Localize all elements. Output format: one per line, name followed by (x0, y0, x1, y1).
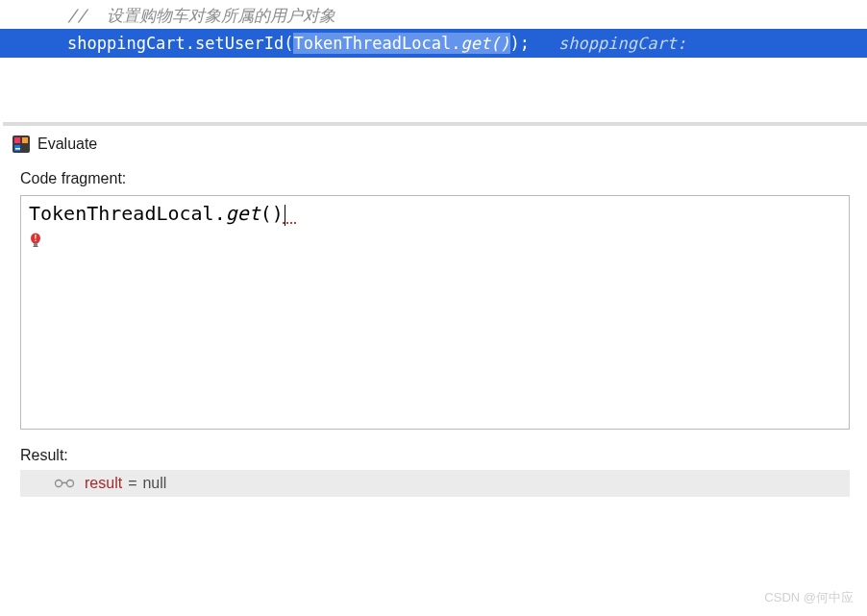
result-row[interactable]: result = null (20, 470, 850, 497)
evaluate-header: Evaluate (3, 126, 867, 162)
code-text: shoppingCart.setUserId( (67, 34, 293, 53)
svg-point-9 (56, 480, 62, 487)
svg-point-10 (67, 480, 74, 487)
svg-text:!: ! (34, 234, 38, 243)
evaluate-panel: Evaluate Code fragment: TokenThreadLocal… (3, 122, 867, 497)
watermark: CSDN @何中应 (764, 589, 854, 606)
result-variable-name: result (85, 475, 122, 492)
result-label: Result: (3, 430, 867, 468)
inline-hint: shoppingCart: (558, 34, 686, 53)
svg-rect-6 (34, 243, 37, 246)
bulb-icon[interactable]: ! (29, 230, 42, 245)
evaluate-title: Evaluate (37, 136, 97, 153)
result-value: null (142, 475, 166, 492)
fragment-expression: TokenThreadLocal.get() (29, 202, 284, 225)
error-squiggle (283, 222, 296, 224)
code-editor: // 设置购物车对象所属的用户对象 shoppingCart.setUserId… (0, 0, 867, 58)
code-fragment-input[interactable]: TokenThreadLocal.get() ! (20, 195, 850, 430)
code-line-comment[interactable]: // 设置购物车对象所属的用户对象 (0, 3, 867, 29)
comment-text: // 设置购物车对象所属的用户对象 (67, 5, 335, 27)
svg-rect-2 (22, 137, 28, 143)
svg-rect-7 (34, 246, 38, 247)
intellij-icon (12, 136, 30, 153)
svg-rect-1 (14, 137, 20, 143)
code-text-end: ); (510, 34, 530, 53)
result-equals: = (128, 475, 136, 492)
code-line-highlighted[interactable]: shoppingCart.setUserId(TokenThreadLocal.… (0, 29, 867, 58)
glasses-icon (54, 476, 75, 491)
code-fragment-label: Code fragment: (3, 162, 867, 193)
selected-expression: TokenThreadLocal.get() (293, 33, 509, 54)
svg-rect-4 (15, 148, 20, 150)
